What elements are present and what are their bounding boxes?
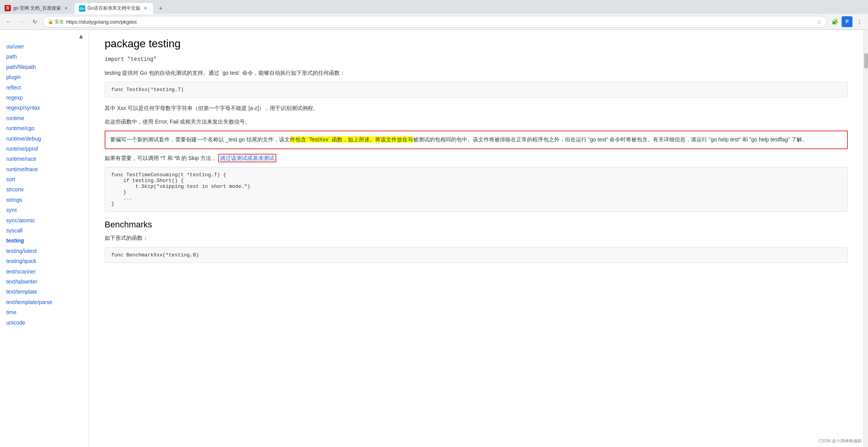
sidebar-item-text-scanner[interactable]: text/scanner [0, 266, 89, 277]
tab1-label: go 官网 文档_百度搜索 [13, 5, 61, 12]
sidebar-item-unicode[interactable]: unicode [0, 318, 89, 328]
watermark: CSDN @小黑峰教编程 [819, 438, 862, 444]
sidebar-item-runtime-trace[interactable]: runtime/trace [0, 164, 89, 174]
new-tab-button[interactable]: + [155, 3, 166, 14]
content-area: package testing import "testing" testing… [89, 30, 863, 447]
bookmark-star-icon[interactable]: ☆ [816, 18, 822, 26]
address-bar: ← → ↻ 🔒 安全 https://studygolang.com/pkgdo… [0, 14, 868, 29]
sidebar-item-testing-quick[interactable]: testing/quick [0, 256, 89, 266]
description3: 在这些函数中，使用 Error, Fail 或相关方法来发出失败信号。 [105, 117, 848, 126]
sidebar-item-os-user[interactable]: os/user [0, 41, 89, 52]
reload-button[interactable]: ↻ [29, 16, 40, 27]
sidebar-item-text-tabwriter[interactable]: text/tabwriter [0, 277, 89, 287]
up-arrow-icon[interactable]: ▲ [78, 33, 84, 40]
sidebar-item-text-template[interactable]: text/template [0, 287, 89, 297]
code-block-2: func TestTimeConsuming(t *testing.T) { i… [105, 167, 848, 212]
highlighted-box: 要编写一个新的测试套件，需要创建一个名称以 _test.go 结尾的文件，该文件… [105, 131, 848, 149]
sidebar-item-sort[interactable]: sort [0, 174, 89, 184]
forward-button[interactable]: → [16, 16, 27, 27]
profile-button[interactable]: P [842, 16, 852, 27]
description4-before: 如果有需要，可以调用 *T 和 *B 的 Skip 方法， [105, 155, 217, 161]
main-layout: ▲ os/user path path/filepath plugin refl… [0, 30, 868, 447]
sidebar-item-testing-iotest[interactable]: testing/iotest [0, 246, 89, 256]
sidebar-item-strings[interactable]: strings [0, 195, 89, 205]
back-button[interactable]: ← [3, 16, 14, 27]
tab1-close-button[interactable]: ✕ [63, 5, 69, 11]
tab-bar: 百 go 官网 文档_百度搜索 ✕ Go Go语言标准库文档中文版 ✕ + [0, 0, 868, 14]
page-title: package testing [105, 38, 848, 50]
sidebar-item-runtime[interactable]: runtime [0, 113, 89, 123]
browser-actions: 🧩 P ⋮ [829, 16, 865, 27]
scrollbar-thumb[interactable] [864, 53, 868, 69]
benchmarks-description: 如下形式的函数： [105, 234, 848, 242]
sidebar-item-reflect[interactable]: reflect [0, 83, 89, 93]
code-block-3: func BenchmarkXxx(*testing.B) [105, 247, 848, 263]
sidebar-item-time[interactable]: time [0, 307, 89, 317]
highlight-yellow: 件包含 `TestXxx` 函数，如上所述。将该文件放在与 [290, 136, 413, 143]
tab2-favicon: Go [79, 5, 85, 12]
sidebar-item-runtime-race[interactable]: runtime/race [0, 154, 89, 164]
description2: 其中 Xxx 可以是任何字母数字字符串（但第一个字母不能是 [a-z]），用于识… [105, 104, 848, 112]
sidebar-item-path[interactable]: path [0, 52, 89, 62]
description1: testing 提供对 Go 包的自动化测试的支持。通过 `go test` 命… [105, 69, 848, 77]
sidebar-item-text-template-parse[interactable]: text/template/parse [0, 297, 89, 307]
browser-chrome: 百 go 官网 文档_百度搜索 ✕ Go Go语言标准库文档中文版 ✕ + ← … [0, 0, 868, 30]
secure-label: 安全 [55, 19, 64, 25]
sidebar-scroll-up[interactable]: ▲ [0, 33, 89, 41]
menu-button[interactable]: ⋮ [854, 16, 865, 27]
sidebar-item-runtime-pprof[interactable]: runtime/pprof [0, 144, 89, 154]
sidebar-item-syscall[interactable]: syscall [0, 225, 89, 236]
tab-1[interactable]: 百 go 官网 文档_百度搜索 ✕ [0, 2, 74, 14]
tab2-label: Go语言标准库文档中文版 [88, 5, 140, 12]
url-text: https://studygolang.com/pkgdoc [66, 19, 813, 25]
benchmarks-title: Benchmarks [105, 220, 848, 230]
sidebar: ▲ os/user path path/filepath plugin refl… [0, 30, 89, 447]
sidebar-item-plugin[interactable]: plugin [0, 72, 89, 82]
url-bar[interactable]: 🔒 安全 https://studygolang.com/pkgdoc ☆ [43, 16, 827, 28]
skip-test-link[interactable]: 跳过该测试或基准测试 [218, 154, 276, 162]
sidebar-item-sync[interactable]: sync [0, 205, 89, 215]
sidebar-item-path-filepath[interactable]: path/filepath [0, 62, 89, 72]
sidebar-item-testing[interactable]: testing [0, 236, 89, 246]
highlighted-text1: 要编写一个新的测试套件，需要创建一个名称以 _test.go 结尾的文件，该文件… [110, 136, 808, 143]
sidebar-item-sync-atomic[interactable]: sync/atomic [0, 215, 89, 225]
import-line: import "testing" [105, 56, 848, 62]
tab1-favicon: 百 [5, 5, 11, 11]
tab-2[interactable]: Go Go语言标准库文档中文版 ✕ [74, 2, 154, 14]
extensions-button[interactable]: 🧩 [829, 16, 840, 27]
right-scrollbar[interactable] [863, 30, 868, 447]
tab2-close-button[interactable]: ✕ [143, 5, 149, 12]
security-indicator: 🔒 安全 [48, 19, 64, 25]
sidebar-item-runtime-cgo[interactable]: runtime/cgo [0, 123, 89, 133]
code-block-1: func TestXxx(*testing.T) [105, 82, 848, 98]
sidebar-item-strconv[interactable]: strconv [0, 184, 89, 194]
sidebar-item-runtime-debug[interactable]: runtime/debug [0, 134, 89, 144]
sidebar-item-regexp[interactable]: regexp [0, 93, 89, 103]
sidebar-item-regexp-syntax[interactable]: regexp/syntax [0, 103, 89, 113]
description4: 如果有需要，可以调用 *T 和 *B 的 Skip 方法， 跳过该测试或基准测试 [105, 154, 848, 162]
lock-icon: 🔒 [48, 19, 53, 24]
